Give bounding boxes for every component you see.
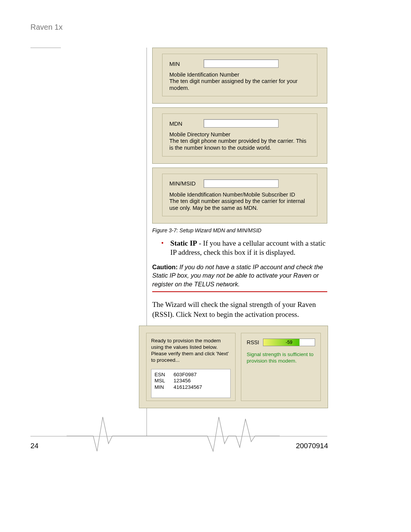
provision-instructions: Ready to provision the modem using the v…: [151, 338, 231, 364]
wizard-panel-minmsid: MIN/MSID Mobile Idendtification Number/M…: [152, 168, 327, 224]
provision-panel: Ready to provision the modem using the v…: [139, 326, 328, 408]
provision-key: ESN: [155, 372, 174, 378]
caution-block: Caution: If you do not have a static IP …: [152, 263, 327, 288]
provision-value: 603F0987: [174, 372, 197, 378]
divider: [30, 48, 61, 48]
field-desc: The ten digit phone number provided by t…: [169, 137, 310, 151]
bullet-bold: Static IP: [170, 239, 197, 247]
provision-key: MSL: [155, 378, 174, 384]
provision-left: Ready to provision the modem using the v…: [146, 333, 236, 401]
page-number: 24: [30, 442, 38, 450]
bullet-icon: •: [161, 240, 164, 257]
field-title: Mobile Identification Number: [169, 72, 310, 78]
body-paragraph: The Wizard will check the signal strengt…: [152, 300, 327, 319]
provision-row: MIN 4161234567: [155, 384, 227, 391]
provision-row: ESN 603F0987: [155, 372, 227, 378]
rssi-value: -59: [263, 339, 315, 346]
wizard-panel-mdn: MDN Mobile Directory Number The ten digi…: [152, 107, 327, 163]
provision-row: MSL 123456: [155, 378, 227, 384]
field-label: MIN/MSID: [169, 180, 204, 187]
page-title: Raven 1x: [30, 23, 63, 32]
wizard-panel-min: MIN Mobile Identification Number The ten…: [152, 48, 327, 104]
provision-value: 123456: [174, 378, 191, 384]
provision-values: ESN 603F0987 MSL 123456 MIN 4161234567: [151, 369, 231, 398]
field-desc: The ten digit number assigned by the car…: [169, 78, 310, 91]
min-input[interactable]: [204, 59, 279, 68]
provision-right: RSSI -59 Signal strength is sufficient t…: [241, 333, 321, 401]
field-title: Mobile Directory Number: [169, 131, 310, 137]
provision-value: 4161234567: [174, 384, 202, 391]
rssi-bar: -59: [263, 339, 315, 346]
field-label: MIN: [169, 61, 204, 67]
divider: [30, 436, 327, 436]
bullet: • Static IP - If you have a cellular acc…: [152, 239, 327, 257]
field-desc: The ten digit number assigned by the car…: [169, 198, 310, 211]
provision-key: MIN: [155, 384, 174, 391]
footer-date: 20070914: [296, 442, 328, 450]
rssi-message: Signal strength is sufficient to provisi…: [247, 351, 315, 364]
mdn-input[interactable]: [204, 119, 279, 128]
rssi-label: RSSI: [247, 339, 259, 345]
field-label: MDN: [169, 120, 204, 127]
minmsid-input[interactable]: [204, 179, 279, 188]
field-title: Mobile Idendtification Number/Mobile Sub…: [169, 192, 310, 198]
caution-text: If you do not have a static IP account a…: [152, 264, 323, 288]
divider: [152, 291, 327, 292]
figure-caption: Figure 3-7: Setup Wizard MDN and MIN/MSI…: [152, 227, 327, 233]
caution-label: Caution:: [152, 264, 178, 270]
